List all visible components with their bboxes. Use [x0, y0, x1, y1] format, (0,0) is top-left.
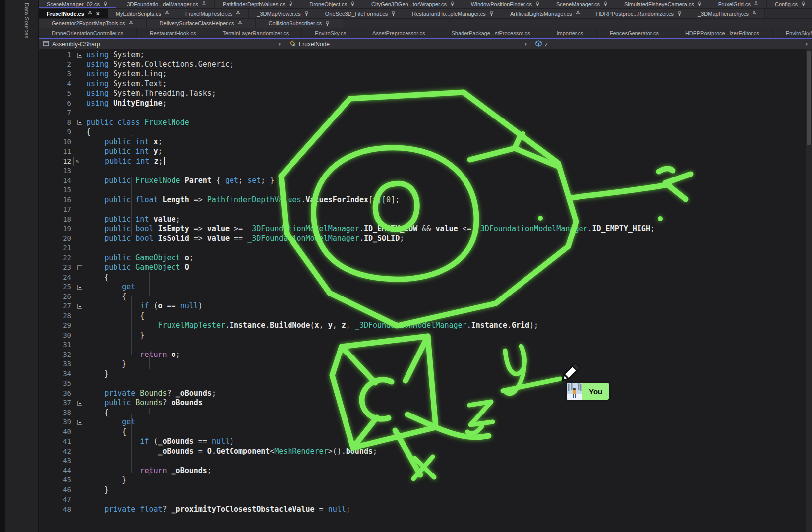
- pin-icon[interactable]: [603, 1, 608, 7]
- pin-icon[interactable]: [165, 11, 169, 16]
- line-number[interactable]: 43: [39, 456, 73, 466]
- line-number[interactable]: 29: [39, 321, 73, 331]
- line-body[interactable]: {: [73, 427, 812, 437]
- pin-icon[interactable]: [304, 11, 309, 16]
- tab-fruxelmaptester-cs[interactable]: FruxelMapTester.cs: [177, 9, 249, 18]
- line-number[interactable]: 30: [39, 331, 73, 341]
- tab-hdrppostproc-randomizer-cs[interactable]: HDRPPostproc...Randomizer.cs: [588, 9, 691, 18]
- code-line-37[interactable]: 37 public Bounds? oBounds: [39, 398, 812, 408]
- code-line-30[interactable]: 30 }: [39, 331, 812, 341]
- line-body[interactable]: [73, 495, 812, 505]
- vertical-scrollbar[interactable]: [806, 49, 812, 532]
- line-number[interactable]: 23: [39, 263, 73, 273]
- line-number[interactable]: 42: [39, 447, 73, 457]
- line-body[interactable]: [73, 108, 812, 118]
- pin-icon[interactable]: [202, 1, 206, 7]
- pin-icon[interactable]: [677, 11, 682, 16]
- collapse-box-icon[interactable]: [77, 420, 82, 425]
- code-line-38[interactable]: 38 {: [39, 408, 812, 418]
- line-body[interactable]: public int y;: [73, 147, 812, 157]
- line-number[interactable]: 26: [39, 292, 73, 302]
- line-body[interactable]: public int z;: [73, 157, 770, 167]
- pin-icon[interactable]: [754, 1, 758, 7]
- code-line-25[interactable]: 25 get: [39, 282, 812, 292]
- line-body[interactable]: [73, 456, 812, 466]
- fold-toggle[interactable]: [73, 53, 86, 58]
- tab-importer-cs[interactable]: Importer.cs: [543, 28, 596, 38]
- tab-scenemanager-02-cs[interactable]: SceneManager_02.cs: [39, 0, 116, 8]
- collapse-box-icon[interactable]: [77, 265, 82, 270]
- line-number[interactable]: 34: [39, 369, 73, 379]
- line-number[interactable]: 16: [39, 195, 73, 205]
- code-line-10[interactable]: 10 public int x;: [39, 137, 812, 147]
- code-line-4[interactable]: 4using System.Text;: [39, 79, 812, 89]
- code-line-23[interactable]: 23 public GameObject O: [39, 263, 812, 273]
- line-number[interactable]: 4: [39, 79, 73, 89]
- line-body[interactable]: {: [73, 311, 812, 321]
- line-number[interactable]: 13: [39, 166, 73, 176]
- line-body[interactable]: [73, 243, 812, 253]
- line-body[interactable]: }: [73, 485, 812, 495]
- tab-hdrppostproce-izereditor-cs[interactable]: HDRPPostproce...izerEditor.cs: [672, 28, 773, 38]
- line-number[interactable]: 12✎: [39, 157, 73, 167]
- line-number[interactable]: 11: [39, 147, 73, 157]
- line-number[interactable]: 32: [39, 350, 73, 360]
- tab-terrainlayerrandomizer-cs[interactable]: TerrainLayerRandomizer.cs: [209, 28, 302, 38]
- code-line-33[interactable]: 33 }: [39, 359, 812, 369]
- member-dropdown[interactable]: z ▾: [531, 39, 812, 49]
- tab-restauranthook-cs[interactable]: RestaurantHook.cs: [137, 28, 210, 38]
- code-line-42[interactable]: 42 _oBounds = O.GetComponent<MeshRendere…: [39, 447, 812, 457]
- code-line-27[interactable]: 27 if (o == null): [39, 301, 812, 311]
- tab-generator2exportmaptools-cs[interactable]: Generator2ExportMapTools.cs: [39, 19, 147, 28]
- line-body[interactable]: using System.Text;: [73, 79, 812, 89]
- line-number[interactable]: 8: [39, 118, 73, 128]
- code-line-32[interactable]: 32 return o;: [39, 350, 812, 360]
- chevron-down-icon[interactable]: ▾: [524, 42, 527, 47]
- chevron-down-icon[interactable]: ▾: [805, 42, 808, 47]
- line-number[interactable]: 44: [39, 466, 73, 476]
- line-body[interactable]: }: [73, 359, 812, 369]
- code-line-43[interactable]: 43: [39, 456, 812, 466]
- data-sources-vertical-tab[interactable]: Data Sources: [24, 3, 30, 38]
- line-body[interactable]: using System.Threading.Tasks;: [73, 89, 812, 99]
- code-line-48[interactable]: 48 private float? _proximityToClosestObs…: [39, 505, 812, 515]
- line-number[interactable]: 47: [39, 495, 73, 505]
- line-number[interactable]: 3: [39, 69, 73, 79]
- line-body[interactable]: }: [73, 331, 812, 341]
- line-number[interactable]: 25: [39, 282, 73, 292]
- code-line-6[interactable]: 6using UnityEngine;: [39, 99, 812, 109]
- fold-toggle[interactable]: [73, 285, 86, 290]
- code-line-19[interactable]: 19 public bool IsEmpty => value >= _3DFo…: [39, 224, 812, 234]
- line-body[interactable]: public class FruxelNode: [73, 118, 812, 128]
- tab-restaurantho-plemanager-cs[interactable]: RestaurantHo...pleManager.cs: [404, 9, 502, 18]
- line-number[interactable]: 17: [39, 205, 73, 215]
- tab-windowpositionfinder-cs[interactable]: WindowPositionFinder.cs: [463, 0, 548, 8]
- line-number[interactable]: 46: [39, 485, 73, 495]
- line-number[interactable]: 39: [39, 417, 73, 427]
- code-line-16[interactable]: 16 public float Length => PathfinderDept…: [39, 195, 812, 205]
- code-line-8[interactable]: 8public class FruxelNode: [39, 118, 812, 128]
- line-body[interactable]: [73, 185, 812, 195]
- type-dropdown[interactable]: FruxelNode ▾: [285, 39, 531, 49]
- code-line-46[interactable]: 46 }: [39, 485, 812, 495]
- line-body[interactable]: public float Length => PathfinderDepthVa…: [73, 195, 812, 205]
- tab-simulatedfisheyecamera-cs[interactable]: SimulatedFisheyeCamera.cs: [616, 0, 710, 8]
- line-number[interactable]: 15: [39, 185, 73, 195]
- fold-toggle[interactable]: [73, 420, 86, 425]
- tab-shaderpackage-stprocessor-cs[interactable]: ShaderPackage...stProcessor.cs: [438, 28, 543, 38]
- close-icon[interactable]: ×: [96, 10, 100, 17]
- pin-icon[interactable]: [450, 1, 455, 7]
- collapse-box-icon[interactable]: [77, 120, 82, 125]
- code-line-26[interactable]: 26 {: [39, 292, 812, 302]
- line-number[interactable]: 48: [39, 505, 73, 515]
- line-body[interactable]: {: [73, 127, 812, 137]
- line-body[interactable]: using System.Collections.Generic;: [73, 60, 812, 70]
- line-body[interactable]: public GameObject o;: [73, 253, 812, 263]
- line-body[interactable]: public int x;: [73, 137, 812, 147]
- pin-icon[interactable]: [350, 1, 355, 7]
- line-body[interactable]: return o;: [73, 350, 812, 360]
- pin-icon[interactable]: [238, 21, 242, 26]
- code-line-12[interactable]: 12✎ public int z;: [39, 157, 812, 167]
- tab-pathfinderdepthvalues-cs[interactable]: PathfinderDepthValues.cs: [215, 0, 301, 8]
- tab-config-cs[interactable]: Config.cs: [767, 0, 812, 8]
